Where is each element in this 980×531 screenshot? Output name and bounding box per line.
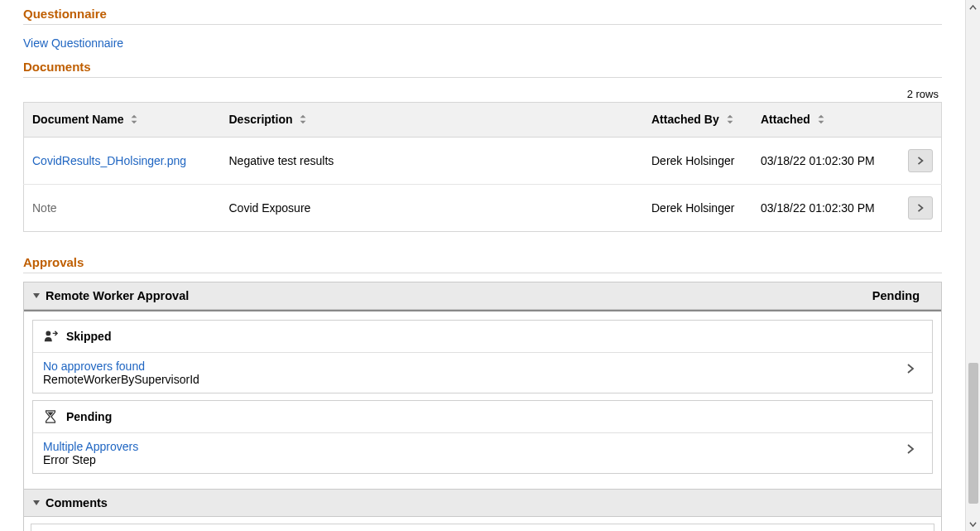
approval-step-subtext: RemoteWorkerBySupervisorId [43,373,899,386]
sort-icon [817,113,825,127]
document-attached-by: Derek Holsinger [643,138,752,185]
approval-step: Pending Multiple Approvers Error Step [32,400,933,474]
document-name-text: Note [32,201,57,215]
chevron-right-icon [906,444,915,454]
approval-step-details-button[interactable] [899,360,922,379]
view-questionnaire-link[interactable]: View Questionnaire [23,36,123,50]
col-description[interactable]: Description [221,103,644,138]
approval-step-details-button[interactable] [899,440,922,460]
scroll-up-button[interactable] [966,0,980,15]
chevron-down-icon [969,520,977,528]
col-attached[interactable]: Attached [752,103,900,138]
chevron-up-icon [969,4,977,12]
table-row: Note Covid Exposure Derek Holsinger 03/1… [24,185,942,232]
col-label: Attached [761,113,810,126]
approval-panel: Remote Worker Approval Pending [23,282,942,531]
col-label: Description [229,113,293,126]
table-row: CovidResults_DHolsinger.png Negative tes… [24,138,942,185]
chevron-right-icon [916,157,925,165]
scroll-down-button[interactable] [966,516,980,531]
approval-panel-header[interactable]: Remote Worker Approval Pending [24,282,941,310]
divider [23,273,942,273]
questionnaire-heading: Questionnaire [23,3,942,24]
approval-step-subtext: Error Step [43,453,899,466]
comments-header[interactable]: Comments [24,489,941,517]
approvals-heading: Approvals [23,252,942,273]
sort-icon [130,113,138,127]
documents-table: Document Name Description Attached By [23,102,942,232]
collapse-triangle-icon [32,289,41,302]
vertical-scrollbar[interactable] [965,0,980,531]
divider [23,77,942,78]
approval-step: Skipped No approvers found RemoteWorkerB… [32,320,933,393]
documents-heading: Documents [23,56,942,77]
sort-icon [299,113,307,127]
table-header-row: Document Name Description Attached By [24,103,942,138]
approval-panel-title: Remote Worker Approval [46,289,872,302]
row-details-button[interactable] [908,149,933,172]
sort-icon [726,113,734,127]
person-skip-icon [43,329,58,344]
document-name-link[interactable]: CovidResults_DHolsinger.png [32,154,186,167]
svg-point-0 [46,331,50,336]
col-action [900,103,942,138]
divider [23,24,942,25]
approval-step-link[interactable]: Multiple Approvers [43,440,899,453]
approval-step-title: Pending [66,410,112,423]
approval-step-title: Skipped [66,330,111,343]
approval-panel-status: Pending [872,289,933,302]
chevron-right-icon [916,204,925,212]
document-description: Negative test results [221,138,644,185]
documents-row-count: 2 rows [23,86,942,102]
comments-heading: Comments [46,496,933,509]
document-attached-date: 03/18/22 01:02:30 PM [752,185,900,232]
scrollbar-track[interactable] [966,15,980,516]
col-document-name[interactable]: Document Name [24,103,221,138]
col-attached-by[interactable]: Attached By [643,103,752,138]
scrollbar-thumb[interactable] [968,363,978,504]
hourglass-icon [43,409,58,424]
chevron-right-icon [906,364,915,374]
approval-step-link[interactable]: No approvers found [43,360,899,373]
document-attached-date: 03/18/22 01:02:30 PM [752,138,900,185]
comment-item: System at 03/18/22 - 1:03 PM Not enough … [31,524,934,531]
col-label: Document Name [32,113,123,126]
row-details-button[interactable] [908,196,933,220]
document-description: Covid Exposure [221,185,644,232]
document-attached-by: Derek Holsinger [643,185,752,232]
collapse-triangle-icon [32,496,41,509]
col-label: Attached By [651,113,719,126]
